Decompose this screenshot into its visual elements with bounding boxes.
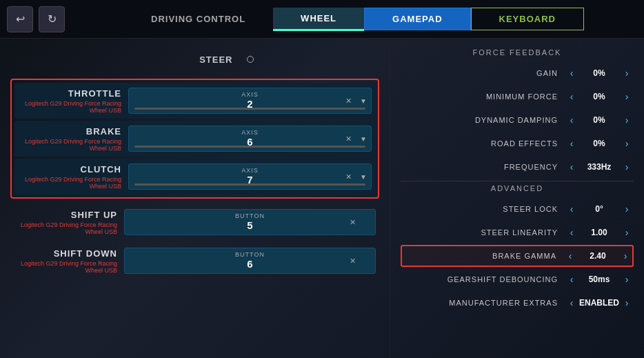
ff-road-inc[interactable]: ›	[620, 137, 634, 150]
ff-road-dec[interactable]: ‹	[565, 137, 578, 150]
throttle-clear-icon[interactable]: ✕	[345, 97, 352, 106]
ff-gain-inc[interactable]: ›	[620, 66, 634, 80]
top-nav: ↩ ↻ DRIVING CONTROL WHEEL GAMEPAD KEYBOA…	[0, 0, 644, 39]
brake-binding[interactable]: AXIS 6 ✕ ▼	[128, 126, 372, 152]
nav-tabs: DRIVING CONTROL WHEEL GAMEPAD KEYBOARD	[70, 8, 637, 31]
adv-manufacturer-inc[interactable]: ›	[620, 296, 634, 310]
throttle-row: THROTTLE Logitech G29 Driving Force Raci…	[14, 83, 375, 119]
shift-up-clear-icon[interactable]: ✕	[350, 218, 356, 227]
throttle-binding[interactable]: AXIS 2 ✕ ▼	[128, 88, 372, 114]
adv-linearity-row: STEER LINEARITY ‹ 1.00 ›	[401, 221, 634, 243]
tab-driving-control[interactable]: DRIVING CONTROL	[123, 8, 273, 30]
back-button[interactable]: ↩	[7, 6, 33, 32]
ff-damping-value: 0%	[578, 115, 620, 125]
ff-gain-row: GAIN ‹ 0% ›	[401, 62, 634, 84]
shift-up-device: Logitech G29 Driving Force Racing Wheel …	[14, 221, 117, 235]
shift-up-row: SHIFT UP Logitech G29 Driving Force Raci…	[10, 204, 379, 240]
ff-freq-row: FREQUENCY ‹ 333Hz ›	[401, 156, 634, 178]
ff-minforce-row: MINIMUM FORCE ‹ 0% ›	[401, 86, 634, 108]
adv-manufacturer-row: MANUFACTURER EXTRAS ‹ ENABLED ›	[401, 292, 634, 314]
shift-down-clear-icon[interactable]: ✕	[350, 257, 356, 266]
throttle-dropdown-icon[interactable]: ▼	[360, 97, 367, 105]
throttle-track	[134, 108, 365, 110]
throttle-device: Logitech G29 Driving Force Racing Wheel …	[18, 100, 121, 114]
ff-minforce-label: MINIMUM FORCE	[401, 92, 565, 101]
adv-gearshift-inc[interactable]: ›	[620, 272, 634, 286]
adv-manufacturer-label: MANUFACTURER EXTRAS	[401, 299, 565, 307]
brake-name: BRAKE	[18, 126, 121, 137]
ff-damping-label: DYNAMIC DAMPING	[401, 116, 565, 124]
adv-gearshift-dec[interactable]: ‹	[565, 272, 578, 286]
adv-manufacturer-dec[interactable]: ‹	[565, 296, 578, 310]
shift-up-type: BUTTON	[235, 212, 265, 219]
adv-gearshift-value: 50ms	[578, 275, 620, 284]
clutch-type: AXIS	[241, 167, 259, 174]
ff-freq-dec[interactable]: ‹	[565, 160, 578, 174]
adv-steerlock-row: STEER LOCK ‹ 0° ›	[401, 198, 634, 220]
clutch-dropdown-icon[interactable]: ▼	[360, 173, 367, 181]
adv-linearity-value: 1.00	[578, 228, 620, 237]
divider	[401, 181, 634, 181]
shift-down-value: 6	[247, 258, 252, 270]
force-feedback-title: FORCE FEEDBACK	[401, 48, 634, 57]
main-area: STEER THROTTLE Logitech G29 Driving Forc…	[0, 39, 644, 358]
adv-brakegamma-dec[interactable]: ‹	[563, 249, 577, 263]
ff-freq-label: FREQUENCY	[401, 163, 565, 171]
adv-brakegamma-label: BRAKE GAMMA	[402, 252, 563, 260]
adv-steerlock-inc[interactable]: ›	[620, 202, 634, 216]
brake-track	[134, 146, 365, 148]
brake-clear-icon[interactable]: ✕	[345, 135, 352, 143]
left-panel: STEER THROTTLE Logitech G29 Driving Forc…	[0, 39, 390, 358]
shift-down-type: BUTTON	[235, 251, 265, 258]
shift-up-binding[interactable]: BUTTON 5 ✕	[124, 209, 376, 235]
ff-road-label: ROAD EFFECTS	[401, 139, 565, 148]
ff-minforce-value: 0%	[578, 92, 620, 101]
ff-gain-label: GAIN	[401, 69, 565, 77]
ff-gain-dec[interactable]: ‹	[565, 66, 578, 80]
tab-keyboard[interactable]: KEYBOARD	[471, 8, 584, 30]
adv-steerlock-dec[interactable]: ‹	[565, 202, 578, 216]
adv-gearshift-label: GEARSHIFT DEBOUNCING	[401, 275, 565, 284]
brake-dropdown-icon[interactable]: ▼	[360, 135, 367, 143]
brake-device: Logitech G29 Driving Force Racing Wheel …	[18, 138, 121, 152]
adv-brakegamma-value: 2.40	[577, 251, 618, 261]
brake-row: BRAKE Logitech G29 Driving Force Racing …	[14, 121, 375, 157]
ff-gain-value: 0%	[578, 68, 620, 78]
throttle-name: THROTTLE	[18, 88, 121, 99]
shift-up-name: SHIFT UP	[14, 210, 117, 220]
clutch-device: Logitech G29 Driving Force Racing Wheel …	[18, 176, 121, 190]
steer-label: STEER	[137, 54, 247, 65]
adv-steerlock-label: STEER LOCK	[401, 205, 565, 213]
ff-damping-row: DYNAMIC DAMPING ‹ 0% ›	[401, 109, 634, 131]
tab-gamepad[interactable]: GAMEPAD	[364, 8, 470, 30]
ff-freq-value: 333Hz	[578, 162, 620, 172]
adv-linearity-label: STEER LINEARITY	[401, 228, 565, 237]
adv-gearshift-row: GEARSHIFT DEBOUNCING ‹ 50ms ›	[401, 268, 634, 290]
adv-linearity-dec[interactable]: ‹	[565, 226, 578, 239]
adv-brakegamma-inc[interactable]: ›	[618, 249, 632, 263]
adv-brakegamma-row: BRAKE GAMMA ‹ 2.40 ›	[401, 245, 634, 267]
ff-freq-inc[interactable]: ›	[620, 160, 634, 174]
adv-manufacturer-value: ENABLED	[578, 298, 620, 308]
clutch-binding[interactable]: AXIS 7 ✕ ▼	[128, 163, 372, 190]
shift-down-binding[interactable]: BUTTON 6 ✕	[124, 248, 376, 274]
refresh-button[interactable]: ↻	[39, 6, 65, 32]
clutch-row: CLUTCH Logitech G29 Driving Force Racing…	[14, 159, 375, 195]
throttle-type: AXIS	[241, 91, 259, 98]
ff-road-value: 0%	[578, 139, 620, 148]
clutch-clear-icon[interactable]: ✕	[345, 172, 352, 181]
ff-road-row: ROAD EFFECTS ‹ 0% ›	[401, 132, 634, 155]
ff-damping-inc[interactable]: ›	[620, 113, 634, 127]
advanced-title: ADVANCED	[401, 184, 634, 192]
right-panel: FORCE FEEDBACK GAIN ‹ 0% › MINIMUM FORCE…	[390, 39, 644, 358]
ff-minforce-inc[interactable]: ›	[620, 90, 634, 103]
clutch-track	[134, 183, 365, 186]
adv-linearity-inc[interactable]: ›	[620, 226, 634, 239]
tab-wheel[interactable]: WHEEL	[273, 8, 364, 31]
brake-type: AXIS	[241, 129, 259, 136]
shift-up-value: 5	[247, 219, 252, 231]
ff-minforce-dec[interactable]: ‹	[565, 90, 578, 103]
shift-down-name: SHIFT DOWN	[14, 248, 117, 259]
adv-steerlock-value: 0°	[578, 204, 620, 214]
ff-damping-dec[interactable]: ‹	[565, 113, 578, 127]
